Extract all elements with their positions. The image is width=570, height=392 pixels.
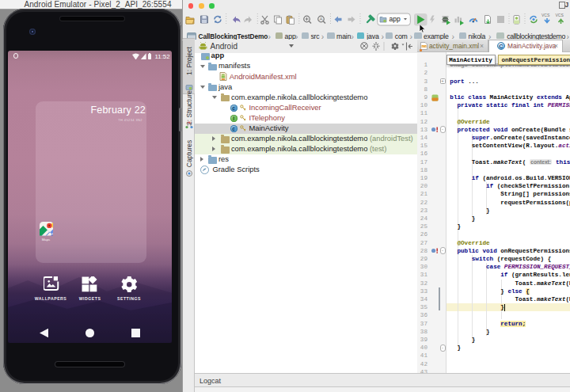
svg-text:app: app xyxy=(390,15,401,23)
svg-text:</>: </> xyxy=(422,45,427,48)
svg-text:A: A xyxy=(319,17,322,21)
svg-text:VCS: VCS xyxy=(556,13,564,17)
svg-text:VCS: VCS xyxy=(542,13,550,17)
